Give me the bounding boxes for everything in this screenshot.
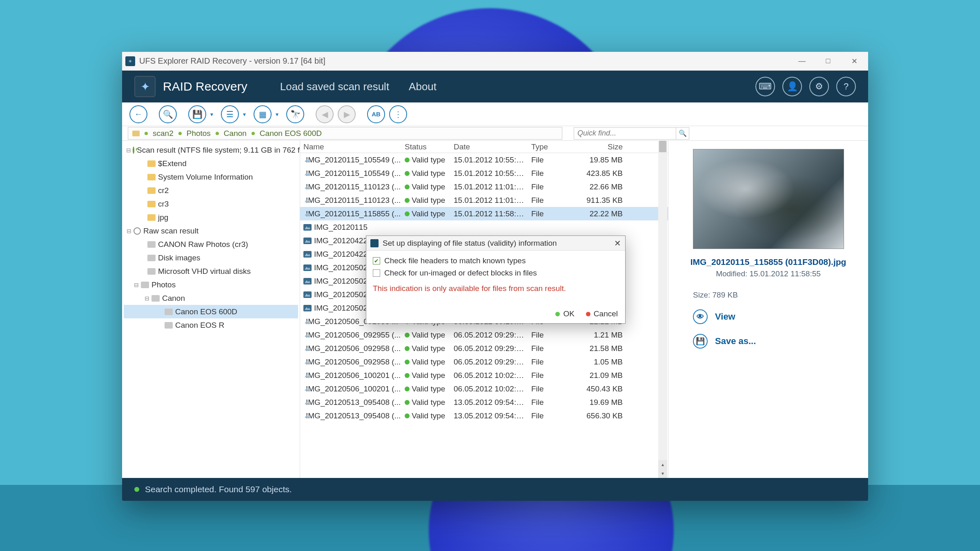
tree-canon-r[interactable]: Canon EOS R [124,318,298,332]
minimize-button[interactable]: — [796,56,808,67]
tree-item[interactable]: cr2 [124,184,298,197]
tree-photos[interactable]: ⊟Photos [124,278,298,291]
file-date: 15.01.2012 11:58:55 [450,208,528,220]
scroll-up-icon[interactable]: ▴ [658,460,667,469]
breadcrumb-dot [252,132,255,135]
prev-button[interactable]: ◀ [316,105,334,123]
keyboard-icon[interactable]: ⌨ [755,77,775,96]
file-date: 06.05.2012 10:02:01 [450,369,528,382]
save-button[interactable]: 💾 [188,105,206,123]
checkbox-label: Check for un-imaged or defect blocks in … [384,269,537,278]
col-date[interactable]: Date [450,141,528,153]
save-as-button[interactable]: 💾 Save as... [693,334,756,349]
maximize-button[interactable]: □ [822,56,834,67]
file-status: Valid type [412,398,445,407]
file-status: Valid type [412,331,445,339]
file-date: 15.01.2012 11:01:23 [450,181,528,193]
col-status[interactable]: Status [401,141,450,153]
checkbox-defects[interactable] [373,269,380,277]
gear-icon[interactable]: ⚙ [809,77,829,96]
file-name: IMG_20120502 [314,290,368,299]
breadcrumb-dot [216,132,219,135]
file-row[interactable]: IMG_20120115_115855 (... Valid type15.01… [300,207,668,220]
breadcrumb-item[interactable]: Photos [187,129,211,138]
list-button[interactable]: ☰ [221,105,239,123]
file-row[interactable]: IMG_20120513_095408 (... Valid type13.05… [300,395,668,409]
file-size: 911.35 KB [565,194,626,207]
file-row[interactable]: IMG_20120115_105549 (... Valid type15.01… [300,167,668,180]
search-button[interactable]: 🔍 [159,105,177,123]
tree-item[interactable]: Disk images [124,251,298,264]
back-button[interactable]: ← [129,105,147,123]
tree-item[interactable]: $Extend [124,157,298,170]
file-date: 15.01.2012 11:01:23 [450,194,528,207]
quick-find-input[interactable] [574,127,676,140]
col-name[interactable]: Name [300,141,401,153]
clock-icon [134,227,141,235]
save-dropdown[interactable]: ▾ [210,111,217,118]
filter-button[interactable]: ⋮ [389,105,407,123]
file-type: File [528,329,565,341]
file-row[interactable]: IMG_20120506_092955 (... Valid type06.05… [300,328,668,342]
menu-load-scan[interactable]: Load saved scan result [280,80,389,93]
file-row[interactable]: IMG_20120506_100201 (... Valid type06.05… [300,382,668,395]
file-row[interactable]: IMG_20120513_095408 (... Valid type13.05… [300,409,668,422]
tree-item[interactable]: jpg [124,211,298,224]
image-file-icon [303,251,312,258]
file-size: 22.22 MB [565,208,626,220]
file-row[interactable]: IMG_20120115 [300,220,668,234]
col-type[interactable]: Type [528,141,565,153]
scroll-thumb[interactable] [659,141,666,152]
list-dropdown[interactable]: ▾ [243,111,249,118]
binoculars-button[interactable]: 🔭 [286,105,304,123]
app-icon [125,56,135,66]
user-icon[interactable]: 👤 [782,77,802,96]
file-date: 13.05.2012 09:54:08 [450,410,528,422]
tree-item[interactable]: Microsoft VHD virtual disks [124,264,298,278]
file-row[interactable]: IMG_20120115_110123 (... Valid type15.01… [300,193,668,207]
case-button[interactable]: AB [367,105,385,123]
green-dot-icon [555,312,560,316]
grid-button[interactable]: ▦ [254,105,272,123]
tree-raw-result[interactable]: ⊟Raw scan result [124,224,298,238]
checkbox-headers[interactable]: ✔ [373,257,380,264]
col-size[interactable]: Size [565,141,626,153]
quick-find-button[interactable]: 🔍 [676,127,689,140]
file-status-dialog: Set up displaying of file status (validi… [366,236,626,324]
file-name: IMG_20120502 [314,304,368,313]
file-row[interactable]: IMG_20120506_092958 (... Valid type06.05… [300,355,668,369]
tree-item[interactable]: CANON Raw Photos (cr3) [124,238,298,251]
breadcrumb-item[interactable]: Canon EOS 600D [260,129,322,138]
tree-canon[interactable]: ⊟Canon [124,291,298,305]
breadcrumb-item[interactable]: Canon [224,129,247,138]
menu-about[interactable]: About [409,80,437,93]
file-date: 15.01.2012 10:55:49 [450,154,528,166]
valid-dot-icon [405,184,410,189]
breadcrumb[interactable]: scan2 Photos Canon Canon EOS 600D [128,127,562,140]
file-row[interactable]: IMG_20120506_092958 (... Valid type06.05… [300,342,668,355]
tree-item[interactable]: System Volume Information [124,170,298,184]
titlebar: UFS Explorer RAID Recovery - version 9.1… [122,52,868,71]
scrollbar[interactable]: ▴ ▾ [658,141,667,478]
file-row[interactable]: IMG_20120506_100201 (... Valid type06.05… [300,369,668,382]
ok-button[interactable]: OK [555,309,574,318]
grid-dropdown[interactable]: ▾ [276,111,282,118]
file-row[interactable]: IMG_20120115_105549 (... Valid type15.01… [300,153,668,167]
file-name: IMG_20120513_095408 (... [306,398,401,407]
breadcrumb-item[interactable]: scan2 [153,129,174,138]
view-button[interactable]: 👁 View [693,309,735,324]
close-window-button[interactable]: ✕ [849,56,860,67]
tree-item[interactable]: cr3 [124,197,298,211]
scroll-down-icon[interactable]: ▾ [658,469,667,478]
file-row[interactable]: IMG_20120115_110123 (... Valid type15.01… [300,180,668,193]
status-dot-icon [134,487,139,492]
preview-image [693,149,844,249]
breadcrumb-dot [145,132,148,135]
tree-scan-result[interactable]: ⊟Scan result (NTFS file system; 9.11 GB … [124,143,298,157]
cancel-button[interactable]: Cancel [586,309,618,318]
tree-canon-600d[interactable]: Canon EOS 600D [124,305,298,318]
file-name: IMG_20120506_100201 (... [306,371,401,380]
next-button[interactable]: ▶ [338,105,356,123]
help-icon[interactable]: ? [836,77,856,96]
dialog-close-button[interactable]: ✕ [614,238,621,248]
